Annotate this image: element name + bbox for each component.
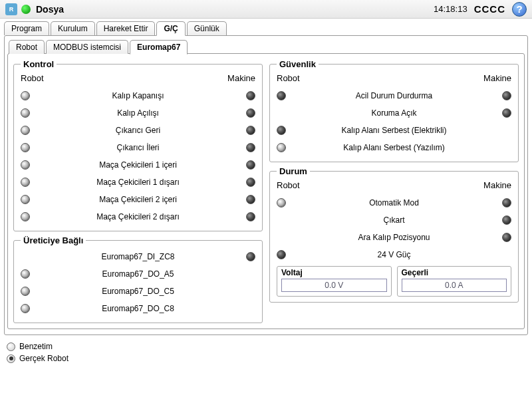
led-robot-icon bbox=[277, 91, 286, 100]
radio-sim[interactable]: Benzetim bbox=[7, 340, 525, 352]
hdr-machine: Makine bbox=[483, 180, 511, 190]
hdr-machine: Makine bbox=[227, 73, 255, 83]
help-icon[interactable]: ? bbox=[512, 2, 527, 17]
tab-program[interactable]: Program bbox=[4, 21, 49, 35]
subtab-euromap67[interactable]: Euromap67 bbox=[130, 40, 188, 55]
page-io: RobotMODBUS istemcisiEuromap67 Kontrol R… bbox=[4, 35, 528, 335]
led-robot-icon bbox=[21, 304, 30, 313]
led-robot-icon bbox=[21, 195, 30, 204]
durum-header: Robot Makine bbox=[277, 180, 511, 190]
uretici-row: Euromap67_DO_A5 bbox=[21, 265, 255, 283]
durum-row: Otomatik Mod bbox=[277, 194, 511, 211]
kontrol-label: Çıkarıcı İleri bbox=[30, 143, 246, 152]
led-machine-icon bbox=[502, 198, 511, 207]
tab-kurulum[interactable]: Kurulum bbox=[51, 21, 95, 35]
hdr-machine: Makine bbox=[483, 73, 511, 83]
sub-tabbar: RobotMODBUS istemcisiEuromap67 bbox=[7, 39, 525, 54]
uretici-label: Euromap67_DO_A5 bbox=[30, 269, 246, 279]
led-robot-icon bbox=[21, 91, 30, 100]
clock: 14:18:13 bbox=[434, 4, 467, 14]
led-robot-icon bbox=[21, 160, 30, 170]
uretici-label: Euromap67_DO_C8 bbox=[30, 304, 246, 313]
kontrol-label: Maça Çekicileri 1 içeri bbox=[30, 160, 246, 170]
ur-logo: R bbox=[5, 3, 17, 15]
group-durum-title: Durum bbox=[277, 166, 310, 176]
radio-real[interactable]: Gerçek Robot bbox=[7, 352, 525, 364]
led-machine-icon bbox=[246, 178, 255, 187]
guvenlik-row: Acil Durum Durdurma bbox=[277, 87, 511, 104]
radio-sim-button[interactable] bbox=[7, 342, 15, 351]
kontrol-label: Kalıp Kapanışı bbox=[30, 91, 246, 100]
led-machine-icon bbox=[246, 108, 255, 118]
kontrol-header: Robot Makine bbox=[21, 73, 255, 83]
led-machine-icon bbox=[246, 91, 255, 100]
metric-gecerli: Geçerli 0.0 A bbox=[397, 266, 512, 297]
led-robot-icon bbox=[21, 126, 30, 135]
uretici-row: Euromap67_DO_C8 bbox=[21, 300, 255, 317]
kontrol-row: Maça Çekicileri 2 dışarı bbox=[21, 208, 255, 225]
tab-g-[interactable]: G/Ç bbox=[156, 21, 185, 36]
status-badge: CCCC bbox=[474, 3, 505, 15]
led-machine-icon bbox=[502, 108, 511, 118]
guvenlik-row: Koruma Açık bbox=[277, 104, 511, 122]
led-machine-icon bbox=[246, 143, 255, 152]
durum-label: Çıkart bbox=[286, 215, 502, 225]
kontrol-label: Maça Çekicileri 1 dışarı bbox=[30, 178, 246, 187]
led-machine-icon bbox=[246, 212, 255, 221]
euromap67-panel: Kontrol Robot Makine Kalıp KapanışıKalıp… bbox=[7, 53, 525, 329]
led-robot-icon bbox=[277, 250, 286, 259]
kontrol-row: Çıkarıcı Geri bbox=[21, 122, 255, 139]
led-machine-icon bbox=[246, 126, 255, 135]
durum-label: 24 V Güç bbox=[286, 250, 502, 259]
group-kontrol: Kontrol Robot Makine Kalıp KapanışıKalıp… bbox=[13, 59, 263, 231]
led-robot-icon bbox=[21, 287, 30, 296]
guvenlik-label: Kalıp Alanı Serbest (Yazılım) bbox=[286, 143, 502, 152]
uretici-row: Euromap67_DO_C5 bbox=[21, 283, 255, 300]
durum-row: 24 V Güç bbox=[277, 246, 511, 263]
kontrol-label: Maça Çekicileri 2 içeri bbox=[30, 195, 246, 204]
led-robot-icon bbox=[277, 198, 286, 207]
kontrol-label: Kalıp Açılışı bbox=[30, 108, 246, 118]
gecerli-label: Geçerli bbox=[402, 268, 507, 277]
voltaj-value: 0.0 V bbox=[281, 279, 387, 292]
group-guvenlik: Güvenlik Robot Makine Acil Durum Durdurm… bbox=[269, 59, 519, 162]
durum-row: Çıkart bbox=[277, 211, 511, 229]
right-column: Güvenlik Robot Makine Acil Durum Durdurm… bbox=[269, 59, 519, 323]
footer: Benzetim Gerçek Robot bbox=[0, 338, 532, 367]
led-machine-icon bbox=[502, 215, 511, 225]
led-robot-icon bbox=[21, 212, 30, 221]
led-machine-icon bbox=[502, 91, 511, 100]
kontrol-row: Maça Çekicileri 2 içeri bbox=[21, 191, 255, 208]
tab-hareket-ettir[interactable]: Hareket Ettir bbox=[96, 21, 156, 35]
kontrol-label: Çıkarıcı Geri bbox=[30, 126, 246, 135]
guvenlik-header: Robot Makine bbox=[277, 73, 511, 83]
guvenlik-label: Kalıp Alanı Serbest (Elektrikli) bbox=[286, 126, 502, 135]
guvenlik-label: Koruma Açık bbox=[286, 108, 502, 118]
subtab-modbus-istemcisi[interactable]: MODBUS istemcisi bbox=[46, 40, 128, 54]
tab-g-nl-k[interactable]: Günlük bbox=[187, 21, 227, 35]
led-robot-icon bbox=[277, 143, 286, 152]
hdr-robot: Robot bbox=[277, 73, 300, 83]
gecerli-value: 0.0 A bbox=[402, 279, 507, 292]
group-uretici-title: Üreticiye Bağlı bbox=[21, 235, 86, 245]
kontrol-row: Maça Çekicileri 1 dışarı bbox=[21, 174, 255, 191]
subtab-robot[interactable]: Robot bbox=[9, 40, 45, 54]
uretici-row: Euromap67_DI_ZC8 bbox=[21, 248, 255, 265]
app-status-icon bbox=[21, 5, 31, 14]
hdr-robot: Robot bbox=[277, 180, 300, 190]
led-robot-icon bbox=[21, 269, 30, 279]
led-robot-icon bbox=[277, 126, 286, 135]
uretici-label: Euromap67_DI_ZC8 bbox=[30, 252, 246, 261]
kontrol-row: Maça Çekicileri 1 içeri bbox=[21, 156, 255, 174]
group-uretici: Üreticiye Bağlı Euromap67_DI_ZC8Euromap6… bbox=[13, 235, 263, 323]
durum-label: Ara Kalıp Pozisyonu bbox=[286, 233, 502, 242]
radio-real-button[interactable] bbox=[7, 354, 15, 363]
durum-label: Otomatik Mod bbox=[286, 198, 502, 207]
radio-sim-label: Benzetim bbox=[19, 342, 53, 351]
group-guvenlik-title: Güvenlik bbox=[277, 59, 319, 69]
durum-row: Ara Kalıp Pozisyonu bbox=[277, 229, 511, 246]
led-machine-icon bbox=[246, 195, 255, 204]
led-robot-icon bbox=[21, 178, 30, 187]
kontrol-row: Kalıp Açılışı bbox=[21, 104, 255, 122]
group-durum: Durum Robot Makine Otomatik ModÇıkartAra… bbox=[269, 166, 519, 303]
